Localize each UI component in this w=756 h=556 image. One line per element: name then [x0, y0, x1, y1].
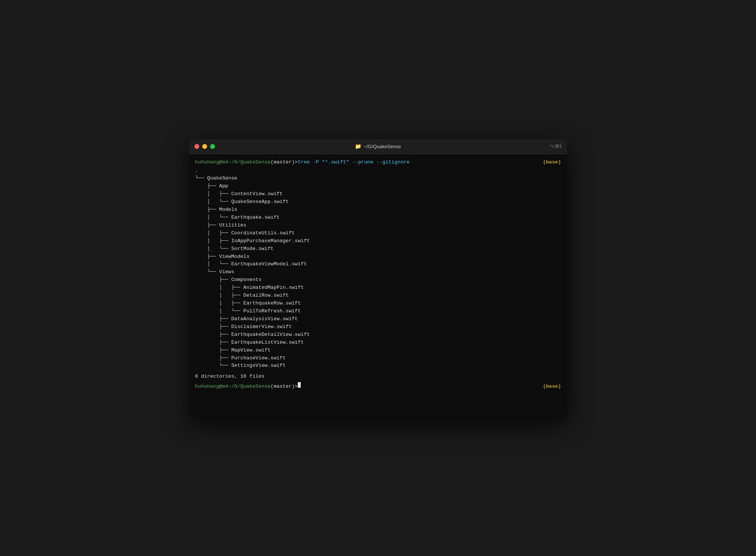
- prompt-line-1: huhuhang@m4 ~/G/QuakeSense (master) > tr…: [195, 159, 561, 167]
- title-text: ~/G/QuakeSense: [363, 144, 401, 149]
- prompt-path-2: ~/G/QuakeSense: [228, 383, 271, 391]
- close-button[interactable]: [194, 144, 199, 149]
- tree-output: . └── QuakeSense ├── App │ ├── ContentVi…: [195, 167, 561, 370]
- prompt-branch-2: (master): [271, 383, 295, 391]
- terminal-body[interactable]: huhuhang@m4 ~/G/QuakeSense (master) > tr…: [189, 154, 567, 417]
- prompt-user-2: huhuhang@m4: [195, 383, 228, 391]
- prompt-user-1: huhuhang@m4: [195, 159, 228, 166]
- prompt-base-2: (base): [543, 383, 561, 391]
- prompt-line-2: huhuhang@m4 ~/G/QuakeSense (master) > (b…: [195, 382, 561, 391]
- titlebar: 📁 ~/G/QuakeSense ⌥⌘1: [189, 139, 567, 154]
- prompt-base-1: (base): [543, 159, 561, 166]
- prompt-path-1: ~/G/QuakeSense: [228, 159, 271, 166]
- maximize-button[interactable]: [210, 144, 215, 149]
- prompt-command-1: tree -P "*.swift" --prune --gitignore: [298, 159, 410, 166]
- prompt-arrow-1: >: [295, 159, 298, 166]
- summary-line: 8 directories, 18 files: [195, 373, 561, 381]
- folder-icon: 📁: [355, 143, 361, 149]
- prompt-branch-1: (master): [271, 159, 295, 166]
- prompt-2: huhuhang@m4 ~/G/QuakeSense (master) >: [195, 382, 301, 391]
- prompt-arrow-2: >: [295, 383, 298, 391]
- prompt-1: huhuhang@m4 ~/G/QuakeSense (master) > tr…: [195, 159, 410, 166]
- traffic-lights: [194, 144, 215, 149]
- cursor: [298, 382, 301, 388]
- terminal-window: 📁 ~/G/QuakeSense ⌥⌘1 huhuhang@m4 ~/G/Qua…: [189, 139, 567, 417]
- window-title: 📁 ~/G/QuakeSense: [355, 143, 401, 149]
- keyboard-shortcut: ⌥⌘1: [550, 144, 562, 149]
- minimize-button[interactable]: [202, 144, 207, 149]
